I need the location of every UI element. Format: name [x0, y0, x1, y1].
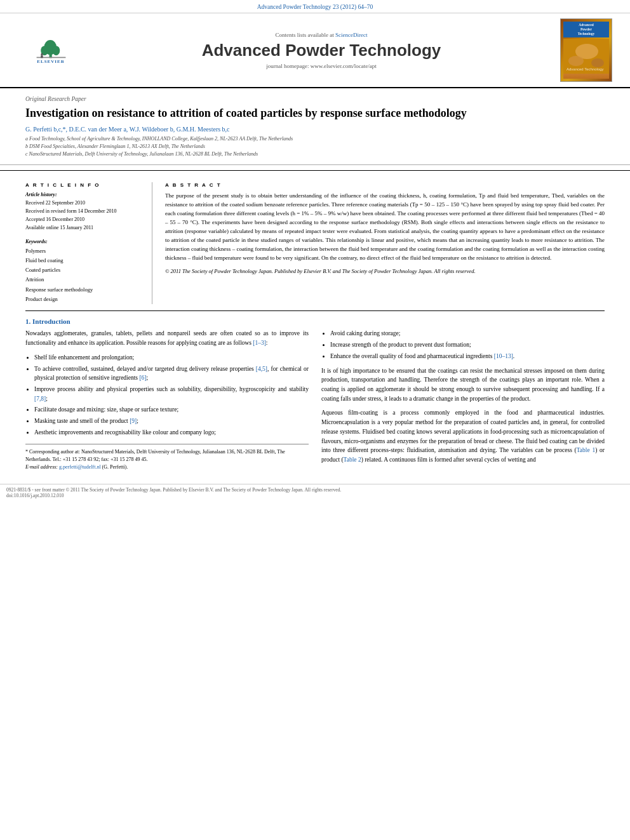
bullets-left: Shelf life enhancement and prolongation;…: [34, 353, 309, 437]
bullet-quality: Enhance the overall quality of food and …: [330, 352, 605, 361]
bullet-aesthetic: Aesthetic improvements and recognisabili…: [34, 428, 309, 437]
article-type: Original Research Paper: [25, 96, 605, 102]
keyword-fluid-bed-coating: Fluid bed coating: [25, 256, 142, 265]
cover-title: Advanced Powder Technology: [563, 22, 609, 37]
issn-line: 0921-8831/$ - see front matter © 2011 Th…: [6, 487, 624, 493]
abstract-heading: A B S T R A C T: [165, 182, 605, 188]
bullet-process-ability: Improve process ability and physical pro…: [34, 385, 309, 403]
footnote-email: E-mail address: g.perfetti@tudelft.nl (G…: [25, 463, 309, 471]
received-date: Received 22 September 2010: [25, 199, 142, 208]
accepted-date: Accepted 16 December 2010: [25, 216, 142, 224]
cover-image: Advanced Powder Technology Advanced Tech…: [560, 18, 612, 82]
abstract-text: The purpose of the present study is to o…: [165, 192, 605, 263]
affiliations: a Food Technology, School of Agriculture…: [25, 135, 605, 158]
intro-left: Nowadays agglomerates, granules, tablets…: [25, 329, 309, 470]
intro-two-col: Nowadays agglomerates, granules, tablets…: [25, 329, 605, 470]
bullet-strength: Increase strength of the product to prev…: [330, 340, 605, 350]
article-info-abstract: A R T I C L E I N F O Article history: R…: [0, 176, 630, 310]
journal-cover: Advanced Powder Technology Advanced Tech…: [560, 18, 617, 82]
keyword-rsm: Response surface methodology: [25, 285, 142, 295]
svg-point-3: [52, 46, 60, 55]
journal-title-area: Contents lists available at ScienceDirec…: [89, 32, 554, 69]
intro-right: Avoid caking during storage; Increase st…: [321, 329, 605, 470]
keywords-block: Keywords: Polymers Fluid bed coating Coa…: [25, 239, 142, 305]
para-mechanical: It is of high importance to be ensured t…: [321, 366, 605, 404]
keyword-attrition: Attrition: [25, 275, 142, 284]
svg-text:Advanced Technology: Advanced Technology: [566, 67, 604, 71]
paper-section: Original Research Paper Investigation on…: [0, 88, 630, 165]
journal-header: ELSEVIER Contents lists available at Sci…: [0, 13, 630, 88]
bullets-right: Avoid caking during storage; Increase st…: [330, 329, 605, 361]
journal-ref-text: Advanced Powder Technology 23 (2012) 64–…: [257, 4, 373, 10]
keywords-label: Keywords:: [25, 239, 142, 244]
svg-rect-6: [41, 55, 43, 58]
article-info-col: A R T I C L E I N F O Article history: R…: [25, 182, 152, 304]
elsevier-logo-area: ELSEVIER: [13, 37, 89, 64]
elsevier-tree-icon: [34, 37, 69, 59]
received-revised-date: Received in revised form 14 December 201…: [25, 208, 142, 216]
footnote-section: * Corresponding author at: NanoStructure…: [25, 444, 309, 471]
homepage-line: journal homepage: www.elsevier.com/locat…: [89, 63, 554, 69]
bullet-drug-delivery: To achieve controlled, sustained, delaye…: [34, 364, 309, 383]
journal-title: Advanced Powder Technology: [89, 41, 554, 60]
svg-point-5: [41, 53, 43, 55]
sciencedirect-line: Contents lists available at ScienceDirec…: [89, 32, 554, 38]
authors-line: G. Perfetti b,c,*, D.E.C. van der Meer a…: [25, 126, 605, 133]
abstract-col: A B S T R A C T The purpose of the prese…: [165, 182, 605, 304]
main-content: 1. Introduction Nowadays agglomerates, g…: [0, 311, 630, 477]
article-history: Article history: Received 22 September 2…: [25, 192, 142, 232]
intro-para1: Nowadays agglomerates, granules, tablets…: [25, 329, 309, 347]
elsevier-text: ELSEVIER: [37, 59, 64, 64]
footnote-corresponding: * Corresponding author at: NanoStructure…: [25, 448, 309, 463]
cover-artwork: Advanced Technology: [563, 39, 609, 79]
svg-point-9: [568, 56, 584, 66]
cover-svg: Advanced Technology: [563, 39, 609, 74]
article-title: Investigation on resistance to attrition…: [25, 106, 605, 121]
svg-point-10: [591, 58, 604, 67]
sciencedirect-link[interactable]: ScienceDirect: [335, 32, 367, 38]
para-aqueous: Aqueous film-coating is a process common…: [321, 408, 605, 464]
keyword-polymers: Polymers: [25, 246, 142, 256]
doi-line: doi:10.1016/j.apt.2010.12.010: [6, 493, 624, 498]
cite-1-3: [1–3]: [253, 340, 266, 346]
bottom-bar: 0921-8831/$ - see front matter © 2011 Th…: [0, 484, 630, 501]
available-date: Available online 15 January 2011: [25, 224, 142, 232]
bullet-masking: Masking taste and smell of the product […: [34, 417, 309, 426]
bullet-shelf-life: Shelf life enhancement and prolongation;: [34, 353, 309, 363]
keyword-product-design: Product design: [25, 295, 142, 304]
article-info-heading: A R T I C L E I N F O: [25, 182, 142, 188]
copyright-line: © 2011 The Society of Powder Technology …: [165, 268, 605, 274]
intro-heading: 1. Introduction: [25, 317, 605, 325]
keyword-coated-particles: Coated particles: [25, 265, 142, 275]
journal-reference: Advanced Powder Technology 23 (2012) 64–…: [0, 0, 630, 13]
history-label: Article history:: [25, 192, 142, 197]
bullet-dosage: Facilitate dosage and mixing: size, shap…: [34, 405, 309, 415]
bullet-caking: Avoid caking during storage;: [330, 329, 605, 338]
